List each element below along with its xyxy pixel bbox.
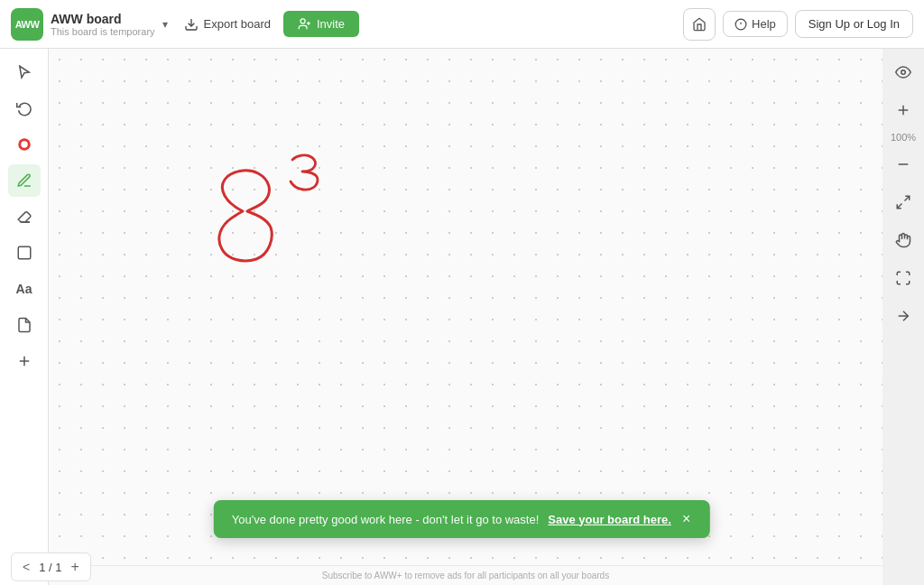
undo-tool[interactable] (8, 92, 41, 125)
text-tool[interactable]: Aa (8, 273, 41, 305)
svg-line-17 (905, 196, 910, 200)
board-subtitle: This board is temporary (51, 26, 155, 37)
toast-save-link[interactable]: Save your board here. (548, 513, 671, 526)
add-tool[interactable] (8, 345, 41, 377)
left-toolbar: Aa (0, 49, 49, 585)
expand-icon (895, 194, 911, 210)
page-controls: < 1 / 1 + (11, 552, 91, 581)
page-indicator: 1 / 1 (39, 561, 61, 574)
hand-icon (895, 232, 911, 248)
home-button[interactable] (683, 8, 716, 41)
zoom-in-button[interactable] (887, 94, 919, 126)
toast-notification: You've done pretty good work here - don'… (214, 500, 710, 538)
select-tool[interactable] (8, 56, 41, 88)
color-tool[interactable] (8, 128, 41, 161)
laser-pointer-button[interactable] (887, 300, 919, 332)
logo-area: AWW (11, 8, 43, 41)
eraser-tool[interactable] (8, 200, 41, 233)
fit-icon (895, 270, 911, 286)
add-page-button[interactable]: + (67, 557, 82, 577)
right-toolbar: 100% (882, 49, 924, 339)
color-icon (16, 136, 32, 153)
svg-point-1 (300, 19, 305, 23)
undo-icon (16, 100, 32, 116)
home-icon (692, 17, 707, 32)
text-label: Aa (16, 282, 32, 296)
svg-line-18 (897, 204, 901, 209)
help-button[interactable]: Help (723, 11, 788, 37)
cursor-icon (16, 64, 32, 80)
eraser-icon (16, 209, 32, 225)
topbar-right: Help Sign Up or Log In (683, 8, 913, 41)
expand-button[interactable] (887, 186, 919, 218)
laser-icon (895, 308, 911, 324)
board-info: AWW board This board is temporary (51, 12, 155, 37)
eye-icon (895, 64, 911, 80)
note-tool[interactable] (8, 309, 41, 341)
invite-button[interactable]: Invite (283, 11, 359, 37)
note-icon (16, 317, 32, 333)
board-title: AWW board (51, 12, 155, 26)
preview-button[interactable] (887, 56, 919, 88)
top-bar: AWW AWW board This board is temporary ▾ … (0, 0, 924, 49)
pen-tool[interactable] (8, 164, 41, 197)
pan-button[interactable] (887, 224, 919, 256)
export-button[interactable]: Export board (175, 12, 280, 37)
export-icon (184, 17, 199, 32)
svg-point-13 (901, 70, 906, 75)
bottom-bar: < 1 / 1 + (0, 549, 924, 585)
info-icon (735, 18, 747, 31)
shape-icon (16, 245, 32, 261)
prev-page-button[interactable]: < (19, 558, 33, 576)
toast-close-button[interactable]: × (680, 511, 692, 527)
invite-icon (298, 17, 311, 31)
svg-point-8 (21, 141, 28, 148)
fit-screen-button[interactable] (887, 262, 919, 294)
pen-icon (16, 172, 32, 189)
board-dropdown-button[interactable]: ▾ (159, 14, 171, 34)
svg-rect-10 (18, 246, 31, 259)
signup-button[interactable]: Sign Up or Log In (795, 10, 913, 38)
app-logo: AWW (11, 8, 43, 41)
add-icon (16, 353, 32, 369)
toast-message: You've done pretty good work here - don'… (232, 513, 540, 526)
minus-icon (895, 156, 911, 172)
plus-icon (895, 102, 911, 118)
zoom-level-display: 100% (891, 132, 916, 143)
zoom-out-button[interactable] (887, 148, 919, 181)
shape-tool[interactable] (8, 237, 41, 269)
